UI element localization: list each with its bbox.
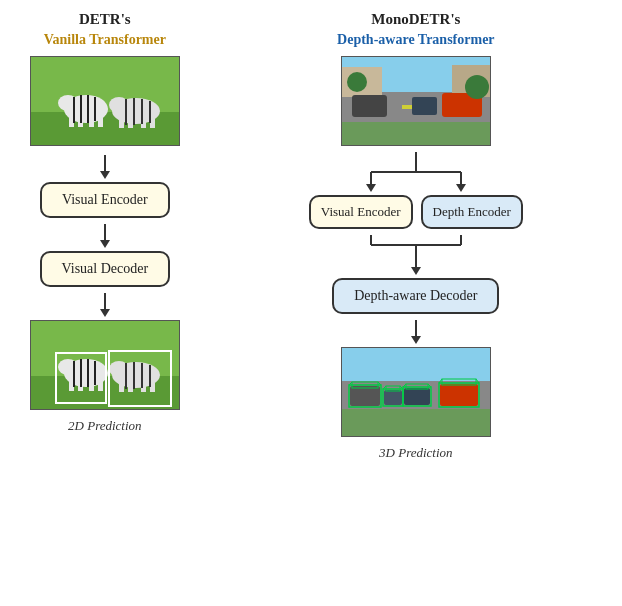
split-arrow-container [316,152,516,192]
svg-marker-60 [366,184,376,192]
right-input-image [341,56,491,146]
svg-point-56 [347,72,367,92]
svg-rect-6 [98,112,103,127]
svg-point-55 [465,75,489,99]
svg-rect-14 [128,114,133,128]
arrow-2-left [100,224,110,248]
left-input-image [30,56,180,146]
left-output-image [30,320,180,410]
right-output-image [341,347,491,437]
arrow-1-left [100,155,110,179]
svg-rect-28 [98,376,103,391]
svg-marker-62 [456,184,466,192]
visual-encoder-right: Visual Encoder [309,195,413,229]
svg-rect-1 [31,112,180,146]
svg-rect-71 [342,409,491,437]
merge-arrow-container [316,235,516,275]
right-prediction-label: 3D Prediction [379,445,453,461]
svg-rect-13 [119,114,124,128]
right-column: MonoDETR's Depth-aware Transformer [210,10,622,596]
left-subtitle: Vanilla Transformer [44,32,166,48]
depth-aware-decoder: Depth-aware Decoder [332,278,499,314]
right-subtitle: Depth-aware Transformer [337,32,494,48]
visual-encoder-left: Visual Encoder [40,182,170,218]
arrow-final-right [411,320,421,344]
merge-arrows-svg [316,235,516,275]
svg-rect-35 [119,378,124,392]
encoder-row: Visual Encoder Depth Encoder [220,195,612,232]
main-container: DETR's Vanilla Transformer [0,0,622,606]
svg-rect-73 [440,384,478,406]
split-arrows-svg [316,152,516,192]
svg-rect-5 [89,112,94,127]
left-column: DETR's Vanilla Transformer [0,10,210,596]
depth-encoder-right: Depth Encoder [421,195,523,229]
arrow-3-left [100,293,110,317]
svg-rect-69 [342,348,491,381]
svg-rect-27 [89,376,94,391]
svg-rect-74 [404,388,430,405]
svg-rect-72 [350,386,380,406]
visual-decoder-left: Visual Decoder [40,251,171,287]
svg-rect-49 [342,122,491,146]
left-title: DETR's [79,10,131,30]
svg-rect-54 [412,97,437,115]
svg-rect-52 [352,95,387,117]
svg-rect-36 [128,378,133,392]
right-title: MonoDETR's [371,10,460,30]
left-prediction-label: 2D Prediction [68,418,142,434]
svg-rect-75 [384,390,402,405]
svg-marker-68 [411,267,421,275]
